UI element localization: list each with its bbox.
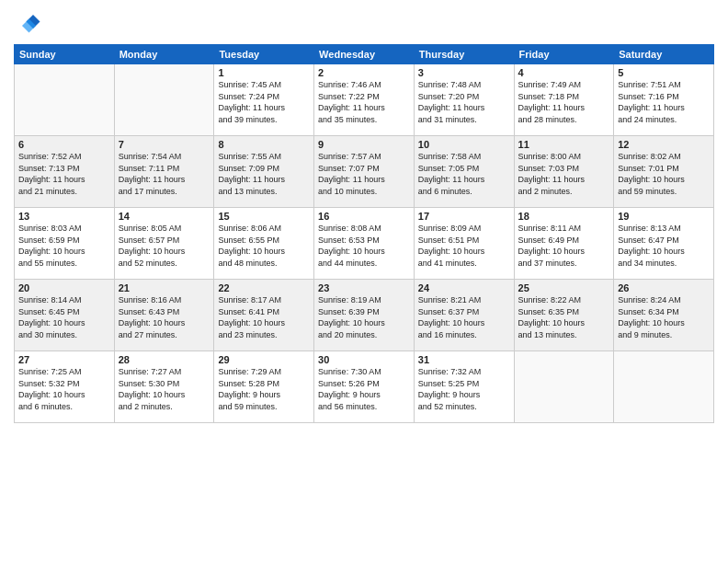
calendar-cell: 27Sunrise: 7:25 AM Sunset: 5:32 PM Dayli… (15, 351, 115, 423)
week-row-2: 6Sunrise: 7:52 AM Sunset: 7:13 PM Daylig… (15, 136, 714, 208)
day-info: Sunrise: 8:14 AM Sunset: 6:45 PM Dayligh… (18, 294, 110, 340)
day-number: 29 (218, 354, 310, 365)
calendar-cell (614, 351, 714, 423)
calendar-cell: 2Sunrise: 7:46 AM Sunset: 7:22 PM Daylig… (314, 64, 415, 136)
day-number: 7 (119, 139, 210, 150)
calendar-cell: 25Sunrise: 8:22 AM Sunset: 6:35 PM Dayli… (514, 280, 614, 351)
day-info: Sunrise: 8:24 AM Sunset: 6:34 PM Dayligh… (618, 294, 710, 340)
calendar-cell: 22Sunrise: 8:17 AM Sunset: 6:41 PM Dayli… (214, 280, 314, 351)
calendar-cell: 1Sunrise: 7:45 AM Sunset: 7:24 PM Daylig… (214, 64, 314, 136)
calendar-cell: 9Sunrise: 7:57 AM Sunset: 7:07 PM Daylig… (314, 136, 415, 208)
day-number: 27 (18, 354, 110, 365)
day-info: Sunrise: 7:57 AM Sunset: 7:07 PM Dayligh… (318, 151, 410, 197)
day-info: Sunrise: 8:09 AM Sunset: 6:51 PM Dayligh… (418, 223, 510, 269)
day-info: Sunrise: 8:00 AM Sunset: 7:03 PM Dayligh… (518, 151, 610, 197)
day-number: 15 (218, 211, 310, 222)
day-info: Sunrise: 7:30 AM Sunset: 5:26 PM Dayligh… (318, 366, 410, 412)
day-number: 20 (18, 282, 110, 293)
day-number: 24 (418, 282, 510, 293)
calendar-cell: 26Sunrise: 8:24 AM Sunset: 6:34 PM Dayli… (614, 280, 714, 351)
day-info: Sunrise: 8:16 AM Sunset: 6:43 PM Dayligh… (119, 294, 210, 340)
calendar-cell: 14Sunrise: 8:05 AM Sunset: 6:57 PM Dayli… (114, 208, 214, 280)
header-wednesday: Wednesday (314, 45, 415, 64)
calendar-cell: 17Sunrise: 8:09 AM Sunset: 6:51 PM Dayli… (414, 208, 514, 280)
day-info: Sunrise: 7:27 AM Sunset: 5:30 PM Dayligh… (119, 366, 210, 412)
day-info: Sunrise: 8:02 AM Sunset: 7:01 PM Dayligh… (618, 151, 710, 197)
calendar-cell: 31Sunrise: 7:32 AM Sunset: 5:25 PM Dayli… (414, 351, 514, 423)
day-number: 8 (218, 139, 310, 150)
calendar-cell: 21Sunrise: 8:16 AM Sunset: 6:43 PM Dayli… (114, 280, 214, 351)
day-number: 1 (218, 67, 310, 78)
day-number: 23 (318, 282, 410, 293)
day-info: Sunrise: 8:08 AM Sunset: 6:53 PM Dayligh… (318, 223, 410, 269)
calendar-cell: 19Sunrise: 8:13 AM Sunset: 6:47 PM Dayli… (614, 208, 714, 280)
calendar-cell: 5Sunrise: 7:51 AM Sunset: 7:16 PM Daylig… (614, 64, 714, 136)
calendar-table: SundayMondayTuesdayWednesdayThursdayFrid… (14, 44, 714, 423)
day-number: 14 (119, 211, 210, 222)
header-row: SundayMondayTuesdayWednesdayThursdayFrid… (15, 45, 714, 64)
calendar-cell: 24Sunrise: 8:21 AM Sunset: 6:37 PM Dayli… (414, 280, 514, 351)
day-info: Sunrise: 8:17 AM Sunset: 6:41 PM Dayligh… (218, 294, 310, 340)
logo (14, 9, 45, 37)
day-number: 21 (119, 282, 210, 293)
header-thursday: Thursday (414, 45, 514, 64)
day-info: Sunrise: 7:25 AM Sunset: 5:32 PM Dayligh… (18, 366, 110, 412)
week-row-3: 13Sunrise: 8:03 AM Sunset: 6:59 PM Dayli… (15, 208, 714, 280)
day-info: Sunrise: 7:32 AM Sunset: 5:25 PM Dayligh… (418, 366, 510, 412)
day-info: Sunrise: 8:06 AM Sunset: 6:55 PM Dayligh… (218, 223, 310, 269)
calendar-cell (514, 351, 614, 423)
day-number: 30 (318, 354, 410, 365)
day-number: 16 (318, 211, 410, 222)
day-number: 25 (518, 282, 610, 293)
day-info: Sunrise: 8:05 AM Sunset: 6:57 PM Dayligh… (119, 223, 210, 269)
calendar-cell: 12Sunrise: 8:02 AM Sunset: 7:01 PM Dayli… (614, 136, 714, 208)
day-info: Sunrise: 8:22 AM Sunset: 6:35 PM Dayligh… (518, 294, 610, 340)
header-sunday: Sunday (15, 45, 115, 64)
header-saturday: Saturday (614, 45, 714, 64)
day-number: 22 (218, 282, 310, 293)
logo-icon (14, 9, 41, 37)
calendar-cell: 28Sunrise: 7:27 AM Sunset: 5:30 PM Dayli… (114, 351, 214, 423)
day-number: 18 (518, 211, 610, 222)
calendar-cell (15, 64, 115, 136)
day-number: 5 (618, 67, 710, 78)
header-friday: Friday (514, 45, 614, 64)
day-number: 13 (18, 211, 110, 222)
calendar-cell: 20Sunrise: 8:14 AM Sunset: 6:45 PM Dayli… (15, 280, 115, 351)
calendar-cell (114, 64, 214, 136)
calendar-cell: 23Sunrise: 8:19 AM Sunset: 6:39 PM Dayli… (314, 280, 415, 351)
day-info: Sunrise: 8:21 AM Sunset: 6:37 PM Dayligh… (418, 294, 510, 340)
day-number: 17 (418, 211, 510, 222)
calendar-cell: 11Sunrise: 8:00 AM Sunset: 7:03 PM Dayli… (514, 136, 614, 208)
header-monday: Monday (114, 45, 214, 64)
day-number: 6 (18, 139, 110, 150)
calendar-cell: 4Sunrise: 7:49 AM Sunset: 7:18 PM Daylig… (514, 64, 614, 136)
calendar-cell: 30Sunrise: 7:30 AM Sunset: 5:26 PM Dayli… (314, 351, 415, 423)
day-number: 28 (119, 354, 210, 365)
calendar-cell: 3Sunrise: 7:48 AM Sunset: 7:20 PM Daylig… (414, 64, 514, 136)
header (14, 9, 714, 37)
day-number: 26 (618, 282, 710, 293)
day-info: Sunrise: 8:03 AM Sunset: 6:59 PM Dayligh… (18, 223, 110, 269)
day-number: 10 (418, 139, 510, 150)
day-number: 2 (318, 67, 410, 78)
day-info: Sunrise: 7:46 AM Sunset: 7:22 PM Dayligh… (318, 79, 410, 125)
calendar-cell: 10Sunrise: 7:58 AM Sunset: 7:05 PM Dayli… (414, 136, 514, 208)
day-info: Sunrise: 7:45 AM Sunset: 7:24 PM Dayligh… (218, 79, 310, 125)
day-info: Sunrise: 7:54 AM Sunset: 7:11 PM Dayligh… (119, 151, 210, 197)
day-number: 11 (518, 139, 610, 150)
calendar-cell: 7Sunrise: 7:54 AM Sunset: 7:11 PM Daylig… (114, 136, 214, 208)
calendar-cell: 16Sunrise: 8:08 AM Sunset: 6:53 PM Dayli… (314, 208, 415, 280)
day-number: 12 (618, 139, 710, 150)
day-info: Sunrise: 8:11 AM Sunset: 6:49 PM Dayligh… (518, 223, 610, 269)
page: SundayMondayTuesdayWednesdayThursdayFrid… (0, 0, 728, 563)
week-row-5: 27Sunrise: 7:25 AM Sunset: 5:32 PM Dayli… (15, 351, 714, 423)
day-info: Sunrise: 7:55 AM Sunset: 7:09 PM Dayligh… (218, 151, 310, 197)
day-info: Sunrise: 7:52 AM Sunset: 7:13 PM Dayligh… (18, 151, 110, 197)
day-info: Sunrise: 7:29 AM Sunset: 5:28 PM Dayligh… (218, 366, 310, 412)
calendar-cell: 8Sunrise: 7:55 AM Sunset: 7:09 PM Daylig… (214, 136, 314, 208)
week-row-4: 20Sunrise: 8:14 AM Sunset: 6:45 PM Dayli… (15, 280, 714, 351)
calendar-cell: 15Sunrise: 8:06 AM Sunset: 6:55 PM Dayli… (214, 208, 314, 280)
day-info: Sunrise: 8:19 AM Sunset: 6:39 PM Dayligh… (318, 294, 410, 340)
day-info: Sunrise: 7:49 AM Sunset: 7:18 PM Dayligh… (518, 79, 610, 125)
